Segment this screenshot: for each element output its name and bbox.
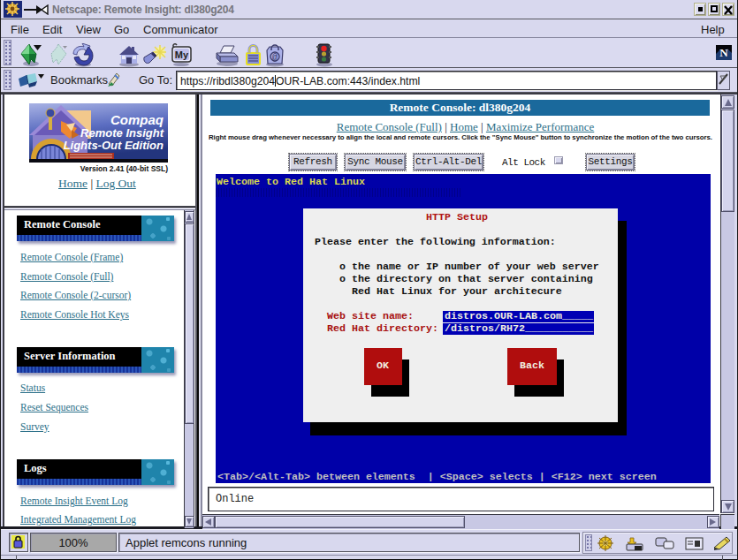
svg-text:@: @ — [272, 53, 278, 63]
svg-text:Compaq: Compaq — [110, 112, 164, 127]
svg-text:Lights-Out Edition: Lights-Out Edition — [64, 139, 164, 152]
svg-text:N: N — [719, 46, 728, 59]
svg-text:Remote Insight: Remote Insight — [80, 126, 164, 140]
svg-text:My: My — [175, 49, 189, 60]
